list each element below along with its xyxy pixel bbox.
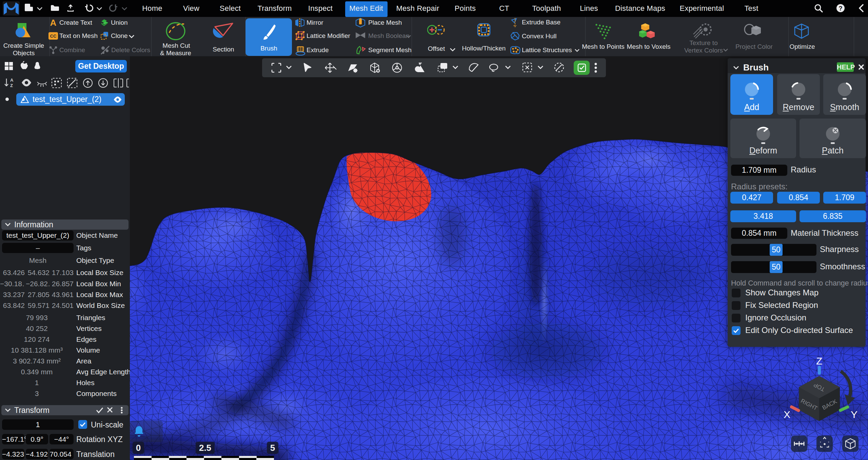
svg-text:Y: Y (851, 409, 857, 420)
svg-text:CC: CC (50, 34, 57, 39)
svg-text:X: X (784, 409, 790, 420)
svg-text:A: A (10, 78, 14, 83)
svg-text:Z: Z (816, 356, 822, 367)
svg-text:Z: Z (10, 83, 13, 88)
svg-text:A: A (50, 18, 57, 27)
svg-text:?: ? (839, 5, 843, 12)
